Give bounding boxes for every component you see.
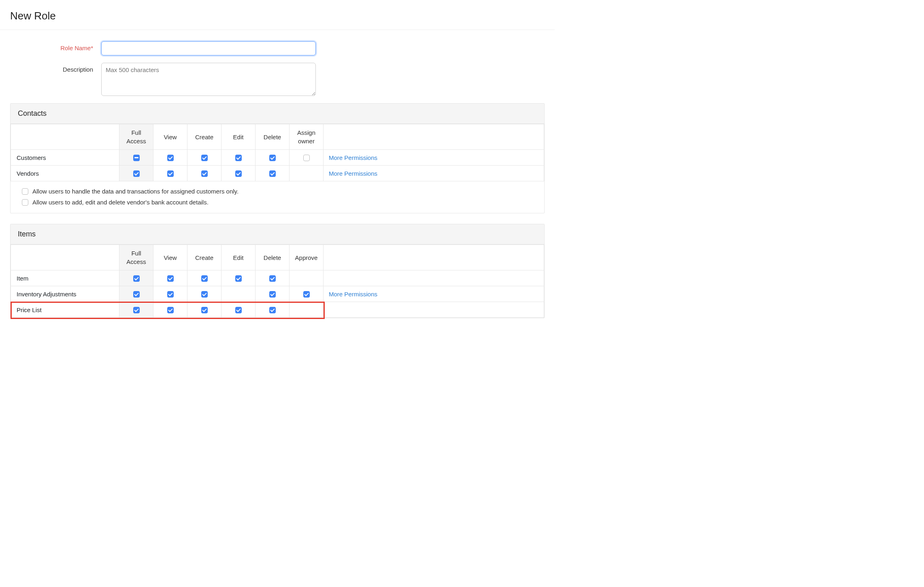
checkbox-create[interactable] — [201, 170, 208, 177]
row-label: Customers — [11, 150, 119, 166]
col-delete: Delete — [255, 245, 290, 270]
checkbox-view[interactable] — [167, 170, 174, 177]
more-permissions-link[interactable]: More Permissions — [329, 170, 377, 177]
col-view: View — [153, 245, 187, 270]
col-full-access: FullAccess — [119, 124, 153, 150]
col-full-access: FullAccess — [119, 245, 153, 270]
role-name-label: Role Name* — [10, 41, 101, 51]
col-view: View — [153, 124, 187, 150]
checkbox-delete[interactable] — [269, 275, 276, 282]
checkbox-view[interactable] — [167, 275, 174, 282]
checkbox-view[interactable] — [167, 291, 174, 298]
page-title: New Role — [10, 10, 545, 22]
checkbox-edit[interactable] — [235, 155, 242, 161]
section-header: Items — [11, 224, 544, 245]
row-item: Item — [11, 270, 544, 286]
section-contacts: ContactsFullAccessViewCreateEditDeleteAs… — [10, 103, 545, 213]
checkbox-extra[interactable] — [303, 291, 310, 298]
col-edit: Edit — [221, 124, 255, 150]
col-edit: Edit — [221, 245, 255, 270]
footer-option-label: Allow users to add, edit and delete vend… — [32, 199, 209, 206]
col-delete: Delete — [255, 124, 290, 150]
checkbox-full-access[interactable] — [133, 155, 140, 161]
checkbox-full-access[interactable] — [133, 170, 140, 177]
more-permissions-link[interactable]: More Permissions — [329, 154, 377, 161]
footer-option: Allow users to add, edit and delete vend… — [22, 199, 534, 206]
checkbox-full-access[interactable] — [133, 275, 140, 282]
checkbox-create[interactable] — [201, 291, 208, 298]
row-label: Vendors — [11, 166, 119, 181]
more-permissions-link[interactable]: More Permissions — [329, 291, 377, 298]
col-create: Create — [187, 245, 221, 270]
section-footer: Allow users to handle the data and trans… — [11, 181, 544, 213]
checkbox-view[interactable] — [167, 155, 174, 161]
checkbox-delete[interactable] — [269, 155, 276, 161]
row-inventory-adjustments: Inventory AdjustmentsMore Permissions — [11, 286, 544, 302]
row-label: Inventory Adjustments — [11, 286, 119, 302]
role-name-input[interactable] — [101, 41, 316, 55]
description-textarea[interactable] — [101, 63, 316, 96]
checkbox-edit[interactable] — [235, 275, 242, 282]
divider — [0, 30, 555, 30]
checkbox-delete[interactable] — [269, 307, 276, 313]
col-more — [324, 124, 544, 150]
checkbox-delete[interactable] — [269, 170, 276, 177]
checkbox-edit[interactable] — [235, 170, 242, 177]
row-vendors: VendorsMore Permissions — [11, 166, 544, 181]
col-more — [324, 245, 544, 270]
checkbox-extra[interactable] — [303, 155, 310, 161]
footer-checkbox[interactable] — [22, 199, 28, 206]
col-extra: Assignowner — [290, 124, 324, 150]
section-items: ItemsFullAccessViewCreateEditDeleteAppro… — [10, 224, 545, 318]
section-header: Contacts — [11, 104, 544, 124]
row-customers: CustomersMore Permissions — [11, 150, 544, 166]
footer-option: Allow users to handle the data and trans… — [22, 188, 534, 195]
row-price-list: Price List — [11, 302, 544, 318]
checkbox-full-access[interactable] — [133, 307, 140, 313]
checkbox-full-access[interactable] — [133, 291, 140, 298]
col-create: Create — [187, 124, 221, 150]
checkbox-delete[interactable] — [269, 291, 276, 298]
row-label: Price List — [11, 302, 119, 318]
description-label: Description — [10, 63, 101, 73]
footer-option-label: Allow users to handle the data and trans… — [32, 188, 238, 195]
checkbox-edit[interactable] — [235, 307, 242, 313]
col-extra: Approve — [290, 245, 324, 270]
checkbox-create[interactable] — [201, 275, 208, 282]
checkbox-view[interactable] — [167, 307, 174, 313]
footer-checkbox[interactable] — [22, 188, 28, 195]
row-label: Item — [11, 270, 119, 286]
checkbox-create[interactable] — [201, 155, 208, 161]
checkbox-create[interactable] — [201, 307, 208, 313]
